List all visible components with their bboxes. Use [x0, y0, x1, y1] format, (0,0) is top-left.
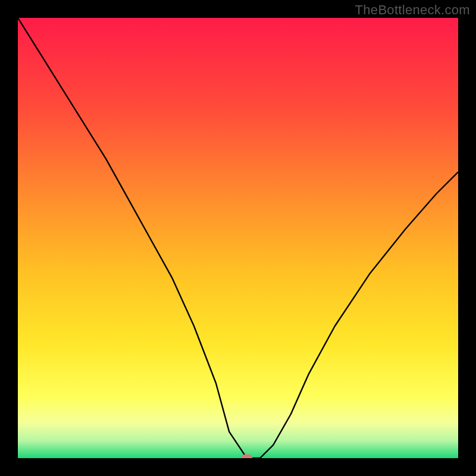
watermark-text: TheBottleneck.com	[355, 2, 470, 18]
chart-frame: TheBottleneck.com	[0, 0, 476, 476]
chart-svg	[18, 18, 458, 458]
marker-point	[242, 455, 252, 458]
chart-background	[18, 18, 458, 458]
chart-area	[18, 18, 458, 458]
